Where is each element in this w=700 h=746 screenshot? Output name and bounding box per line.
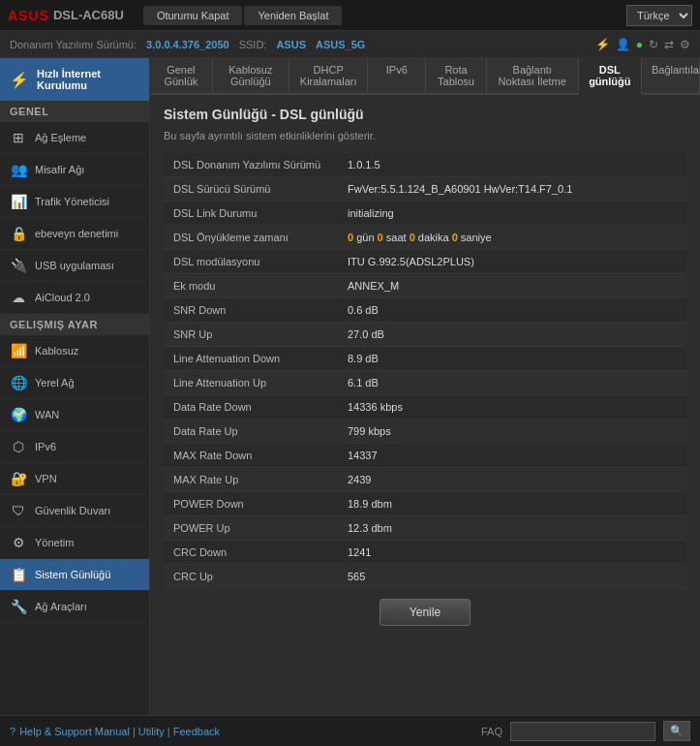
logout-button[interactable]: Oturumu Kapat [143, 6, 243, 25]
table-row: SNR Down0.6 dB [164, 298, 686, 323]
info-icons: ⚡ 👤 ● ↻ ⇄ ⚙ [595, 38, 690, 51]
logo-asus: ASUS [8, 8, 49, 23]
footer-right: FAQ 🔍 [481, 721, 690, 741]
arrow-icon: ⇄ [664, 38, 674, 51]
sidebar-item-traffic-manager[interactable]: 📊 Trafik Yöneticisi [0, 186, 149, 218]
quick-setup-label: Hızlı İnternet Kurulumu [37, 68, 139, 91]
sidebar-label-admin: Yönetim [35, 537, 74, 548]
sidebar-item-ipv6[interactable]: ⬡ IPv6 [0, 431, 149, 463]
sidebar-label-firewall: Güvenlik Duvarı [35, 505, 110, 516]
sidebar-item-aicloud[interactable]: ☁ AiCloud 2.0 [0, 282, 149, 314]
table-cell-value: 2439 [338, 468, 686, 492]
tab-dhcp[interactable]: DHCP Kiralamaları [289, 58, 368, 93]
table-row: CRC Down1241 [164, 541, 686, 565]
top-right: Türkçe [626, 5, 692, 26]
help-support-link[interactable]: Help & Support [19, 726, 92, 737]
table-row: Line Attenuation Up6.1 dB [164, 371, 686, 395]
highlight-number: 0 [348, 232, 353, 243]
table-cell-value: FwVer:5.5.1.124_B_A60901 HwVer:T14.F7_0.… [338, 177, 686, 202]
table-row: POWER Down18.9 dbm [164, 492, 686, 516]
table-cell-value: 27.0 dB [338, 323, 686, 347]
sidebar-label-syslog: Sistem Günlüğü [35, 569, 110, 580]
table-cell-label: DSL Donanım Yazılımı Sürümü [164, 153, 338, 177]
table-cell-value: ITU G.992.5(ADSL2PLUS) [338, 250, 686, 274]
tab-general[interactable]: Genel Günlük [150, 58, 213, 93]
feedback-link[interactable]: Feedback [173, 726, 220, 737]
sidebar-item-parental-control[interactable]: 🔒 ebeveyn denetimi [0, 218, 149, 250]
firewall-icon: 🛡 [10, 503, 27, 518]
table-cell-label: MAX Rate Down [164, 444, 338, 468]
refresh-icon: ↻ [649, 38, 658, 51]
faq-search-input[interactable] [510, 722, 655, 741]
table-row: MAX Rate Down14337 [164, 444, 686, 468]
syslog-icon: 📋 [10, 567, 27, 582]
table-cell-value: 1241 [338, 541, 686, 565]
table-cell-value: 0 gün 0 saat 0 dakika 0 saniye [338, 226, 686, 250]
lan-icon: 🌐 [10, 375, 27, 390]
dsl-data-table: DSL Donanım Yazılımı Sürümü1.0.1.5DSL Sü… [164, 153, 686, 589]
sidebar-label-wan: WAN [35, 409, 59, 420]
sidebar-item-quick-setup[interactable]: ⚡ Hızlı İnternet Kurulumu [0, 58, 149, 101]
wan-icon: 🌍 [10, 407, 27, 422]
table-cell-label: CRC Down [164, 541, 338, 565]
sidebar-item-syslog[interactable]: 📋 Sistem Günlüğü [0, 559, 149, 591]
top-bar: ASUS DSL-AC68U Oturumu Kapat Yeniden Baş… [0, 0, 700, 31]
table-cell-value: 14337 [338, 444, 686, 468]
tab-connections[interactable]: Bağlantılar [642, 58, 700, 93]
sidebar-item-firewall[interactable]: 🛡 Güvenlik Duvarı [0, 495, 149, 527]
table-row: DSL Donanım Yazılımı Sürümü1.0.1.5 [164, 153, 686, 177]
table-row: DSL Link Durumuinitializing [164, 202, 686, 226]
tab-dsl[interactable]: DSL günlüğü [579, 58, 642, 95]
sidebar-label-network-tools: Ağ Araçları [35, 601, 87, 612]
tab-portforward[interactable]: Bağlantı Noktası İletme [487, 58, 579, 93]
admin-icon: ⚙ [10, 535, 27, 550]
help-icon: ? [10, 726, 15, 737]
aicloud-icon: ☁ [10, 290, 27, 305]
sidebar-item-network-tools[interactable]: 🔧 Ağ Araçları [0, 591, 149, 623]
footer: ? Help & Support Manual | Utility | Feed… [0, 715, 700, 746]
reboot-button[interactable]: Yeniden Başlat [244, 6, 342, 25]
sidebar-item-lan[interactable]: 🌐 Yerel Ağ [0, 367, 149, 399]
table-cell-value: 565 [338, 565, 686, 589]
sidebar-item-wan[interactable]: 🌍 WAN [0, 399, 149, 431]
sidebar-item-vpn[interactable]: 🔐 VPN [0, 463, 149, 495]
sidebar-label-ipv6: IPv6 [35, 441, 56, 452]
manual-link[interactable]: Manual [95, 726, 130, 737]
table-row: Line Attenuation Down8.9 dB [164, 347, 686, 371]
tab-wireless[interactable]: Kablosuz Günlüğü [213, 58, 289, 93]
sidebar-label-wireless: Kablosuz [35, 345, 78, 357]
refresh-button[interactable]: Yenile [380, 599, 471, 626]
sidebar-item-guest-network[interactable]: 👥 Misafir Ağı [0, 154, 149, 186]
status-icon: ● [636, 38, 643, 51]
table-row: SNR Up27.0 dB [164, 323, 686, 347]
table-cell-label: DSL Sürücü Sürümü [164, 177, 338, 202]
ssid-asus: ASUS [276, 39, 306, 50]
sidebar-item-wireless[interactable]: 📶 Kablosuz [0, 335, 149, 367]
ssid-label: SSID: [239, 39, 267, 50]
tab-route[interactable]: Rota Tablosu [426, 58, 487, 93]
table-cell-value: 14336 kbps [338, 395, 686, 420]
table-cell-label: CRC Up [164, 565, 338, 589]
sidebar-label-network-map: Ağ Eşleme [35, 132, 86, 143]
table-cell-value: initializing [338, 202, 686, 226]
table-cell-label: DSL modülasyonu [164, 250, 338, 274]
utility-link[interactable]: Utility [138, 726, 165, 737]
sidebar-item-usb-apps[interactable]: 🔌 USB uygulaması [0, 250, 149, 282]
table-row: POWER Up12.3 dbm [164, 516, 686, 541]
table-row: Data Rate Up799 kbps [164, 420, 686, 444]
sidebar-item-admin[interactable]: ⚙ Yönetim [0, 527, 149, 559]
wireless-icon: 📶 [10, 343, 27, 358]
table-row: DSL Sürücü SürümüFwVer:5.5.1.124_B_A6090… [164, 177, 686, 202]
tab-ipv6[interactable]: IPv6 [368, 58, 426, 93]
top-nav: Oturumu Kapat Yeniden Başlat [143, 6, 343, 25]
faq-search-button[interactable]: 🔍 [663, 721, 690, 741]
logo-model: DSL-AC68U [53, 8, 124, 22]
language-selector[interactable]: Türkçe [626, 5, 692, 26]
sidebar-label-usb-apps: USB uygulaması [35, 260, 114, 271]
highlight-number: 0 [378, 232, 383, 243]
sidebar-item-network-map[interactable]: ⊞ Ağ Eşleme [0, 122, 149, 154]
sidebar-label-vpn: VPN [35, 473, 57, 484]
table-row: CRC Up565 [164, 565, 686, 589]
highlight-number: 0 [410, 232, 415, 243]
table-row: Ek moduANNEX_M [164, 274, 686, 298]
